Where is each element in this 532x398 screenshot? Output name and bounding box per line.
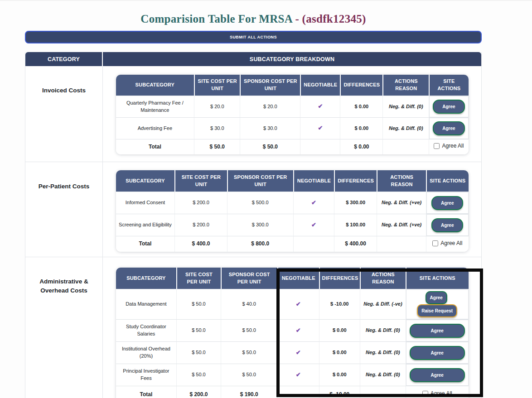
total-row: Total $ 400.0 $ 800.0 $ 400.00 Agree All xyxy=(116,236,469,252)
actions-reason-header: ACTIONS REASON xyxy=(360,268,406,289)
agree-button[interactable]: Agree xyxy=(410,324,465,338)
category-label-invoiced-costs: Invoiced Costs xyxy=(25,66,103,162)
negotiable-cell: ✔ xyxy=(300,117,340,139)
agree-all-label: Agree All xyxy=(442,142,464,150)
category-label-admin-overhead-costs: Administrative & Overhead Costs xyxy=(25,257,103,398)
difference-cell: $ 0.00 xyxy=(319,364,360,386)
subcategory-cell: Principal Investigator Fees xyxy=(116,364,177,386)
total-site-cost-cell: $ 200.0 xyxy=(176,386,220,398)
category-breakdown-table: CATEGORY SUBCATEGORY BREAKDOWN Invoiced … xyxy=(25,52,482,398)
total-negotiable-cell xyxy=(293,236,334,252)
check-icon: ✔ xyxy=(311,199,316,206)
table-row: Institutional Overhead (20%) $ 50.0 $ 50… xyxy=(116,341,469,364)
negotiable-cell: ✔ xyxy=(293,192,334,214)
differences-header: DIFFERENCES xyxy=(334,170,377,192)
site-cost-cell: $ 30.0 xyxy=(194,117,240,139)
admin-overhead-costs-table: SUBCATEGORY SITE COST PER UNIT SPONSOR C… xyxy=(116,268,469,398)
page-title-id: - (asdfk12345) xyxy=(295,13,366,25)
total-reason-cell xyxy=(382,139,429,154)
page-title: Comparision Table For MRSA - (asdfk12345… xyxy=(25,13,482,25)
site-actions-cell: Agree xyxy=(406,341,469,364)
sponsor-cost-cell: $ 40.0 xyxy=(221,289,277,319)
check-icon: ✔ xyxy=(296,327,301,334)
sponsor-cost-header: SPONSOR COST PER UNIT xyxy=(240,75,300,96)
agree-all-checkbox[interactable] xyxy=(432,240,438,246)
differences-header: DIFFERENCES xyxy=(319,268,360,289)
sponsor-cost-cell: $ 30.0 xyxy=(240,117,300,139)
total-row: Total $ 50.0 $ 50.0 $ 0.00 Agree All xyxy=(116,139,469,154)
site-cost-cell: $ 50.0 xyxy=(176,319,220,341)
site-actions-cell: Agree xyxy=(429,96,468,117)
site-cost-cell: $ 20.0 xyxy=(194,96,240,117)
agree-all-checkbox[interactable] xyxy=(434,143,440,149)
actions-reason-header: ACTIONS REASON xyxy=(377,170,426,192)
table-row: Data Management $ 50.0 $ 40.0 ✔ $ -10.00… xyxy=(116,289,469,319)
agree-all-label: Agree All xyxy=(440,240,462,247)
sponsor-cost-cell: $ 500.0 xyxy=(227,192,293,214)
agree-all-checkbox[interactable] xyxy=(422,391,428,397)
site-cost-cell: $ 50.0 xyxy=(176,341,220,364)
total-difference-cell: $ 0.00 xyxy=(340,139,382,154)
total-site-cost-cell: $ 400.0 xyxy=(174,236,227,252)
total-site-cost-cell: $ 50.0 xyxy=(194,139,240,154)
total-reason-cell xyxy=(360,386,406,398)
page-title-main: Comparision Table For MRSA xyxy=(140,13,292,25)
total-reason-cell xyxy=(377,236,426,252)
site-actions-cell: Agree xyxy=(426,214,468,236)
actions-reason-cell: Neg. & Diff. (+ve) xyxy=(377,214,426,236)
sponsor-cost-cell: $ 50.0 xyxy=(221,319,277,341)
subcategory-cell: Quarterly Pharmacy Fee / Maintenance xyxy=(116,96,194,117)
site-actions-cell: Agree xyxy=(406,364,469,386)
total-actions-cell: Agree All xyxy=(426,236,468,252)
site-actions-cell: Agree xyxy=(406,319,469,341)
negotiable-cell: ✔ xyxy=(300,96,340,117)
site-actions-header: SITE ACTIONS xyxy=(426,170,468,192)
agree-button[interactable]: Agree xyxy=(426,291,447,304)
negotiable-cell: ✔ xyxy=(277,341,319,364)
total-negotiable-cell xyxy=(277,386,319,398)
difference-cell: $ 0.00 xyxy=(340,96,382,117)
site-cost-header: SITE COST PER UNIT xyxy=(174,170,227,192)
total-actions-cell: Agree All xyxy=(406,386,469,398)
breakdown-cell-invoiced: SUBCATEGORY SITE COST PER UNIT SPONSOR C… xyxy=(103,66,481,162)
submit-all-actions-button[interactable]: SUBMIT ALL ACTIONS xyxy=(25,31,482,43)
check-icon: ✔ xyxy=(296,349,301,356)
table-row: Screening and Eligibility $ 200.0 $ 300.… xyxy=(116,214,469,236)
agree-all-control[interactable]: Agree All xyxy=(422,390,452,398)
table-row: Principal Investigator Fees $ 50.0 $ 50.… xyxy=(116,364,469,386)
agree-button[interactable]: Agree xyxy=(431,196,463,210)
negotiable-header: NEGOTIABLE xyxy=(293,170,334,192)
table-header-row: SUBCATEGORY SITE COST PER UNIT SPONSOR C… xyxy=(116,75,469,96)
invoiced-costs-table: SUBCATEGORY SITE COST PER UNIT SPONSOR C… xyxy=(116,75,469,154)
site-actions-cell: Agree xyxy=(429,117,468,139)
raise-request-button[interactable]: Raise Request xyxy=(417,304,457,317)
difference-cell: $ -10.00 xyxy=(319,289,360,319)
difference-cell: $ 0.00 xyxy=(319,341,360,364)
agree-button[interactable]: Agree xyxy=(410,346,465,360)
negotiable-header: NEGOTIABLE xyxy=(300,75,340,96)
negotiable-cell: ✔ xyxy=(277,364,319,386)
category-column-header: CATEGORY xyxy=(25,52,103,66)
negotiable-cell: ✔ xyxy=(293,214,334,236)
sponsor-cost-header: SPONSOR COST PER UNIT xyxy=(221,268,277,289)
site-cost-header: SITE COST PER UNIT xyxy=(194,75,240,96)
actions-reason-cell: Neg. & Diff. (0) xyxy=(360,319,406,341)
table-row: Advertising Fee $ 30.0 $ 30.0 ✔ $ 0.00 N… xyxy=(116,117,469,139)
check-icon: ✔ xyxy=(318,103,323,110)
agree-button[interactable]: Agree xyxy=(433,100,464,114)
site-actions-cell: Agree xyxy=(426,192,468,214)
agree-button[interactable]: Agree xyxy=(410,368,465,382)
site-actions-header: SITE ACTIONS xyxy=(406,268,469,289)
negotiable-cell: ✔ xyxy=(277,289,319,319)
total-actions-cell: Agree All xyxy=(429,139,468,154)
check-icon: ✔ xyxy=(296,371,301,378)
actions-reason-header: ACTIONS REASON xyxy=(382,75,429,96)
agree-button[interactable]: Agree xyxy=(431,218,463,232)
agree-button[interactable]: Agree xyxy=(433,121,464,135)
agree-all-control[interactable]: Agree All xyxy=(432,240,462,247)
subcategory-cell: Data Management xyxy=(116,289,177,319)
breakdown-cell-per-patient: SUBCATEGORY SITE COST PER UNIT SPONSOR C… xyxy=(103,162,481,257)
agree-all-control[interactable]: Agree All xyxy=(434,142,464,150)
subcategory-header: SUBCATEGORY xyxy=(116,170,175,192)
total-label-cell: Total xyxy=(116,386,177,398)
